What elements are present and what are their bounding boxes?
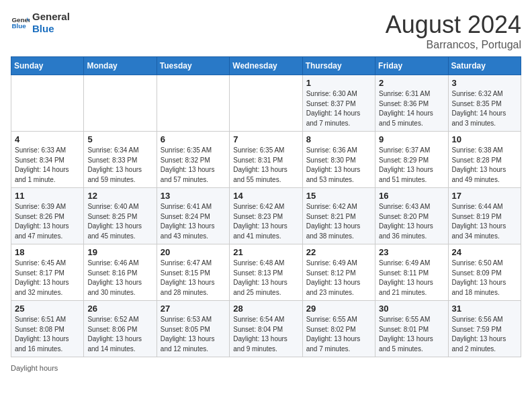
calendar-cell xyxy=(157,75,229,132)
day-info: Sunrise: 6:53 AMSunset: 8:05 PMDaylight:… xyxy=(161,315,226,354)
day-number: 22 xyxy=(306,247,371,257)
day-number: 26 xyxy=(87,304,152,314)
calendar-cell: 11Sunrise: 6:39 AMSunset: 8:26 PMDayligh… xyxy=(11,188,84,244)
calendar-cell: 15Sunrise: 6:42 AMSunset: 8:21 PMDayligh… xyxy=(302,188,375,244)
day-info: Sunrise: 6:52 AMSunset: 8:06 PMDaylight:… xyxy=(87,315,152,354)
day-number: 31 xyxy=(452,304,517,314)
calendar-cell: 17Sunrise: 6:44 AMSunset: 8:19 PMDayligh… xyxy=(448,188,521,244)
calendar-week: 11Sunrise: 6:39 AMSunset: 8:26 PMDayligh… xyxy=(11,188,521,244)
title-block: August 2024 Barrancos, Portugal xyxy=(386,11,521,51)
day-number: 19 xyxy=(87,247,152,257)
day-number: 24 xyxy=(452,247,517,257)
day-info: Sunrise: 6:42 AMSunset: 8:23 PMDaylight:… xyxy=(233,202,298,241)
weekday-header: Sunday xyxy=(11,57,84,75)
calendar-week: 1Sunrise: 6:30 AMSunset: 8:37 PMDaylight… xyxy=(11,75,521,132)
weekday-header: Thursday xyxy=(302,57,375,75)
day-info: Sunrise: 6:41 AMSunset: 8:24 PMDaylight:… xyxy=(161,202,226,241)
calendar-cell: 1Sunrise: 6:30 AMSunset: 8:37 PMDaylight… xyxy=(302,75,375,132)
footer-text: Daylight hours xyxy=(11,364,58,372)
calendar-cell: 30Sunrise: 6:55 AMSunset: 8:01 PMDayligh… xyxy=(375,301,448,357)
logo-text: General Blue xyxy=(32,11,70,35)
day-info: Sunrise: 6:35 AMSunset: 8:32 PMDaylight:… xyxy=(161,146,226,185)
day-info: Sunrise: 6:54 AMSunset: 8:04 PMDaylight:… xyxy=(233,315,298,354)
day-number: 4 xyxy=(15,134,80,144)
day-info: Sunrise: 6:36 AMSunset: 8:30 PMDaylight:… xyxy=(306,146,371,185)
day-number: 17 xyxy=(452,191,517,201)
day-info: Sunrise: 6:49 AMSunset: 8:12 PMDaylight:… xyxy=(306,259,371,298)
calendar-header: SundayMondayTuesdayWednesdayThursdayFrid… xyxy=(11,57,521,75)
calendar-cell: 29Sunrise: 6:55 AMSunset: 8:02 PMDayligh… xyxy=(302,301,375,357)
day-number: 15 xyxy=(306,191,371,201)
day-number: 7 xyxy=(233,134,298,144)
calendar-cell: 24Sunrise: 6:50 AMSunset: 8:09 PMDayligh… xyxy=(448,244,521,301)
day-info: Sunrise: 6:33 AMSunset: 8:34 PMDaylight:… xyxy=(15,146,80,185)
day-number: 3 xyxy=(452,78,517,88)
calendar-cell: 20Sunrise: 6:47 AMSunset: 8:15 PMDayligh… xyxy=(157,244,229,301)
calendar-cell: 21Sunrise: 6:48 AMSunset: 8:13 PMDayligh… xyxy=(230,244,302,301)
calendar-cell: 23Sunrise: 6:49 AMSunset: 8:11 PMDayligh… xyxy=(375,244,448,301)
day-number: 9 xyxy=(379,134,444,144)
day-number: 21 xyxy=(233,247,298,257)
day-info: Sunrise: 6:31 AMSunset: 8:36 PMDaylight:… xyxy=(379,89,444,128)
calendar-cell: 5Sunrise: 6:34 AMSunset: 8:33 PMDaylight… xyxy=(84,132,157,188)
calendar-cell: 14Sunrise: 6:42 AMSunset: 8:23 PMDayligh… xyxy=(230,188,302,244)
calendar-cell: 27Sunrise: 6:53 AMSunset: 8:05 PMDayligh… xyxy=(157,301,229,357)
day-number: 16 xyxy=(379,191,444,201)
calendar-cell xyxy=(11,75,84,132)
day-info: Sunrise: 6:39 AMSunset: 8:26 PMDaylight:… xyxy=(15,202,80,241)
calendar-cell: 26Sunrise: 6:52 AMSunset: 8:06 PMDayligh… xyxy=(84,301,157,357)
day-info: Sunrise: 6:32 AMSunset: 8:35 PMDaylight:… xyxy=(452,89,517,128)
logo-icon: General Blue xyxy=(11,13,30,32)
day-info: Sunrise: 6:56 AMSunset: 7:59 PMDaylight:… xyxy=(452,315,517,354)
day-number: 23 xyxy=(379,247,444,257)
calendar-cell xyxy=(84,75,157,132)
calendar-cell: 6Sunrise: 6:35 AMSunset: 8:32 PMDaylight… xyxy=(157,132,229,188)
calendar-cell: 22Sunrise: 6:49 AMSunset: 8:12 PMDayligh… xyxy=(302,244,375,301)
day-number: 10 xyxy=(452,134,517,144)
calendar-cell: 16Sunrise: 6:43 AMSunset: 8:20 PMDayligh… xyxy=(375,188,448,244)
weekday-header: Saturday xyxy=(448,57,521,75)
day-number: 18 xyxy=(15,247,80,257)
day-info: Sunrise: 6:48 AMSunset: 8:13 PMDaylight:… xyxy=(233,259,298,298)
calendar-week: 4Sunrise: 6:33 AMSunset: 8:34 PMDaylight… xyxy=(11,132,521,188)
day-number: 12 xyxy=(87,191,152,201)
page-header: General Blue General Blue August 2024 Ba… xyxy=(11,11,521,51)
day-info: Sunrise: 6:37 AMSunset: 8:29 PMDaylight:… xyxy=(379,146,444,185)
day-number: 20 xyxy=(161,247,226,257)
day-number: 8 xyxy=(306,134,371,144)
calendar-cell: 12Sunrise: 6:40 AMSunset: 8:25 PMDayligh… xyxy=(84,188,157,244)
calendar-week: 25Sunrise: 6:51 AMSunset: 8:08 PMDayligh… xyxy=(11,301,521,357)
calendar-cell xyxy=(230,75,302,132)
calendar-cell: 2Sunrise: 6:31 AMSunset: 8:36 PMDaylight… xyxy=(375,75,448,132)
calendar-cell: 10Sunrise: 6:38 AMSunset: 8:28 PMDayligh… xyxy=(448,132,521,188)
calendar-cell: 9Sunrise: 6:37 AMSunset: 8:29 PMDaylight… xyxy=(375,132,448,188)
calendar-cell: 31Sunrise: 6:56 AMSunset: 7:59 PMDayligh… xyxy=(448,301,521,357)
day-info: Sunrise: 6:44 AMSunset: 8:19 PMDaylight:… xyxy=(452,202,517,241)
day-number: 6 xyxy=(161,134,226,144)
day-number: 27 xyxy=(161,304,226,314)
calendar-cell: 4Sunrise: 6:33 AMSunset: 8:34 PMDaylight… xyxy=(11,132,84,188)
svg-text:Blue: Blue xyxy=(11,22,26,30)
calendar-cell: 25Sunrise: 6:51 AMSunset: 8:08 PMDayligh… xyxy=(11,301,84,357)
day-info: Sunrise: 6:47 AMSunset: 8:15 PMDaylight:… xyxy=(161,259,226,298)
day-number: 29 xyxy=(306,304,371,314)
location: Barrancos, Portugal xyxy=(386,39,521,51)
day-info: Sunrise: 6:34 AMSunset: 8:33 PMDaylight:… xyxy=(87,146,152,185)
day-info: Sunrise: 6:40 AMSunset: 8:25 PMDaylight:… xyxy=(87,202,152,241)
weekday-header: Tuesday xyxy=(157,57,229,75)
day-number: 30 xyxy=(379,304,444,314)
day-number: 13 xyxy=(161,191,226,201)
weekday-header: Wednesday xyxy=(230,57,302,75)
calendar-cell: 13Sunrise: 6:41 AMSunset: 8:24 PMDayligh… xyxy=(157,188,229,244)
calendar-cell: 3Sunrise: 6:32 AMSunset: 8:35 PMDaylight… xyxy=(448,75,521,132)
logo: General Blue General Blue xyxy=(11,11,70,35)
day-info: Sunrise: 6:35 AMSunset: 8:31 PMDaylight:… xyxy=(233,146,298,185)
day-number: 28 xyxy=(233,304,298,314)
calendar-week: 18Sunrise: 6:45 AMSunset: 8:17 PMDayligh… xyxy=(11,244,521,301)
weekday-header: Monday xyxy=(84,57,157,75)
day-number: 2 xyxy=(379,78,444,88)
day-info: Sunrise: 6:38 AMSunset: 8:28 PMDaylight:… xyxy=(452,146,517,185)
footer: Daylight hours xyxy=(11,364,521,372)
day-info: Sunrise: 6:42 AMSunset: 8:21 PMDaylight:… xyxy=(306,202,371,241)
day-info: Sunrise: 6:43 AMSunset: 8:20 PMDaylight:… xyxy=(379,202,444,241)
